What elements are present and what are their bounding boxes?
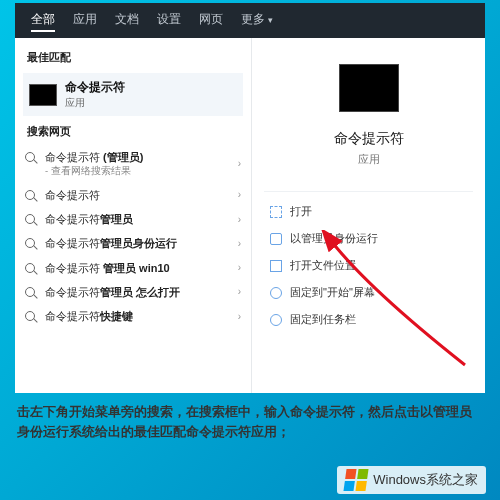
list-item[interactable]: 命令提示符 › bbox=[15, 183, 251, 207]
results-column: 最佳匹配 命令提示符 应用 搜索网页 命令提示符 (管理员) - 查看网络搜索结… bbox=[15, 38, 251, 393]
tab-apps[interactable]: 应用 bbox=[73, 11, 97, 32]
action-open-location[interactable]: 打开文件位置 bbox=[264, 252, 473, 279]
search-icon bbox=[25, 287, 37, 299]
instruction-caption: 击左下角开始菜单旁的搜索，在搜索框中，输入命令提示符，然后点击以管理员身份运行系… bbox=[15, 398, 485, 445]
action-run-as-admin[interactable]: 以管理员身份运行 bbox=[264, 225, 473, 252]
pin-icon bbox=[270, 287, 282, 299]
best-match-label: 最佳匹配 bbox=[15, 46, 251, 69]
detail-actions: 打开 以管理员身份运行 打开文件位置 固定到"开始"屏幕 固定到任务栏 bbox=[264, 191, 473, 333]
web-results-list: 命令提示符 (管理员) - 查看网络搜索结果 › 命令提示符 › 命令提示符管理… bbox=[15, 145, 251, 328]
list-item-text: 命令提示符 (管理员) - 查看网络搜索结果 bbox=[45, 150, 143, 178]
search-icon bbox=[25, 214, 37, 226]
windows-logo-icon bbox=[344, 469, 369, 491]
tab-web[interactable]: 网页 bbox=[199, 11, 223, 32]
list-item-text: 命令提示符快捷键 bbox=[45, 309, 133, 323]
search-icon bbox=[25, 190, 37, 202]
folder-icon bbox=[270, 260, 282, 272]
chevron-right-icon: › bbox=[238, 262, 241, 273]
chevron-right-icon: › bbox=[238, 158, 241, 169]
action-label: 打开 bbox=[290, 204, 312, 219]
list-item-text: 命令提示符 bbox=[45, 188, 100, 202]
list-item[interactable]: 命令提示符管理员 怎么打开 › bbox=[15, 280, 251, 304]
list-item[interactable]: 命令提示符快捷键 › bbox=[15, 304, 251, 328]
list-item-text: 命令提示符 管理员 win10 bbox=[45, 261, 170, 275]
open-icon bbox=[270, 206, 282, 218]
action-label: 打开文件位置 bbox=[290, 258, 356, 273]
tab-all[interactable]: 全部 bbox=[31, 11, 55, 32]
search-web-label: 搜索网页 bbox=[15, 120, 251, 143]
tab-docs[interactable]: 文档 bbox=[115, 11, 139, 32]
detail-title: 命令提示符 bbox=[334, 130, 404, 148]
watermark-text: Windows系统之家 bbox=[373, 471, 478, 489]
best-match-text: 命令提示符 应用 bbox=[65, 79, 125, 110]
action-pin-taskbar[interactable]: 固定到任务栏 bbox=[264, 306, 473, 333]
pin-icon bbox=[270, 314, 282, 326]
best-match-subtitle: 应用 bbox=[65, 96, 125, 110]
list-item[interactable]: 命令提示符 (管理员) - 查看网络搜索结果 › bbox=[15, 145, 251, 183]
search-icon bbox=[25, 238, 37, 250]
watermark: Windows系统之家 bbox=[337, 466, 486, 494]
chevron-right-icon: › bbox=[238, 311, 241, 322]
search-content: 最佳匹配 命令提示符 应用 搜索网页 命令提示符 (管理员) - 查看网络搜索结… bbox=[15, 38, 485, 393]
chevron-right-icon: › bbox=[238, 238, 241, 249]
start-search-panel: 全部 应用 文档 设置 网页 更多 最佳匹配 命令提示符 应用 搜索网页 命令提… bbox=[15, 3, 485, 393]
list-item[interactable]: 命令提示符管理员身份运行 › bbox=[15, 231, 251, 255]
list-item[interactable]: 命令提示符管理员 › bbox=[15, 207, 251, 231]
action-label: 固定到"开始"屏幕 bbox=[290, 285, 375, 300]
chevron-right-icon: › bbox=[238, 214, 241, 225]
detail-pane: 命令提示符 应用 打开 以管理员身份运行 打开文件位置 固定到"开始"屏幕 bbox=[251, 38, 485, 393]
list-item-text: 命令提示符管理员 bbox=[45, 212, 133, 226]
tab-settings[interactable]: 设置 bbox=[157, 11, 181, 32]
search-tabs: 全部 应用 文档 设置 网页 更多 bbox=[15, 3, 485, 38]
detail-subtitle: 应用 bbox=[358, 152, 380, 167]
shield-icon bbox=[270, 233, 282, 245]
best-match-title: 命令提示符 bbox=[65, 79, 125, 96]
tab-more[interactable]: 更多 bbox=[241, 11, 273, 32]
chevron-right-icon: › bbox=[238, 189, 241, 200]
list-item-text: 命令提示符管理员身份运行 bbox=[45, 236, 177, 250]
best-match-item[interactable]: 命令提示符 应用 bbox=[23, 73, 243, 116]
action-label: 固定到任务栏 bbox=[290, 312, 356, 327]
search-icon bbox=[25, 263, 37, 275]
action-pin-start[interactable]: 固定到"开始"屏幕 bbox=[264, 279, 473, 306]
action-label: 以管理员身份运行 bbox=[290, 231, 378, 246]
list-item-text: 命令提示符管理员 怎么打开 bbox=[45, 285, 180, 299]
action-open[interactable]: 打开 bbox=[264, 198, 473, 225]
chevron-right-icon: › bbox=[238, 286, 241, 297]
search-icon bbox=[25, 311, 37, 323]
cmd-large-icon bbox=[339, 64, 399, 112]
cmd-icon bbox=[29, 84, 57, 106]
search-icon bbox=[25, 152, 37, 164]
list-item[interactable]: 命令提示符 管理员 win10 › bbox=[15, 256, 251, 280]
